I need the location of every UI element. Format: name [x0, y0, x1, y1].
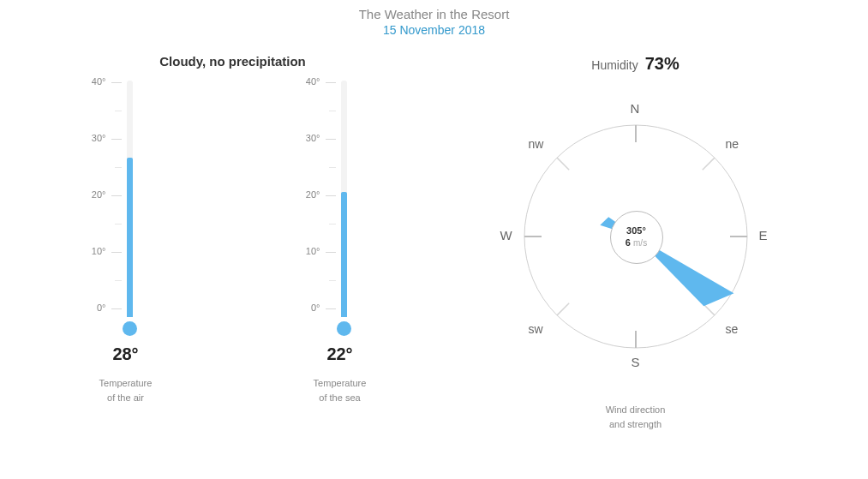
tick-label: 30° — [293, 133, 320, 143]
tick-label: 10° — [79, 246, 106, 256]
panels: Cloudy, no precipitation 40° 30° 20° 10°… — [32, 54, 837, 431]
wind-panel: Humidity 73% — [434, 54, 837, 431]
tick-label: 40° — [293, 76, 320, 87]
tick-label: 20° — [293, 189, 320, 200]
caption-line: Wind direction — [606, 404, 666, 415]
compass-label-se: se — [726, 322, 739, 336]
svg-line-5 — [702, 158, 714, 170]
caption-line: of the sea — [319, 392, 360, 403]
wind-speed: 6 m/s — [626, 237, 647, 249]
tick-label: 40° — [79, 76, 106, 87]
svg-line-8 — [557, 158, 569, 170]
weather-condition: Cloudy, no precipitation — [159, 54, 306, 69]
thermometer-air-scale: 40° 30° 20° 10° 0° — [79, 81, 126, 320]
wind-degrees: 305° — [626, 225, 646, 237]
svg-line-7 — [557, 303, 569, 315]
thermometer-air-fill — [127, 158, 133, 317]
compass-hub: 305° 6 m/s — [610, 211, 663, 264]
thermometer-sea-body: 40° 30° 20° 10° 0° — [293, 81, 387, 320]
compass-caption: Wind direction and strength — [606, 403, 666, 431]
compass-label-s: S — [632, 355, 640, 369]
page-date: 15 November 2018 — [383, 23, 485, 37]
wind-speed-unit: m/s — [633, 238, 647, 248]
thermometer-air: 40° 30° 20° 10° 0° — [66, 81, 186, 404]
tick-label: 0° — [79, 302, 106, 313]
wind-speed-value: 6 — [626, 237, 631, 248]
compass-label-w: W — [500, 228, 512, 242]
thermometer-sea-fill — [341, 192, 347, 317]
thermometer-panel: Cloudy, no precipitation 40° 30° 20° 10°… — [32, 54, 434, 431]
air-temperature-value: 28° — [112, 344, 138, 364]
compass-label-e: E — [759, 228, 768, 242]
thermometer-air-body: 40° 30° 20° 10° 0° — [79, 81, 173, 320]
caption-line: Temperature — [99, 378, 153, 388]
tick-label: 0° — [293, 302, 320, 313]
caption-line: Temperature — [314, 378, 367, 388]
compass-label-sw: sw — [529, 322, 543, 336]
page-title: The Weather in the Resort — [359, 7, 510, 21]
humidity-label: Humidity — [591, 58, 638, 72]
compass-label-nw: nw — [529, 137, 544, 151]
compass-label-n: N — [631, 101, 640, 116]
thermometer-sea-bulb — [337, 321, 351, 336]
thermometer-air-bulb — [123, 321, 137, 336]
tick-label: 30° — [79, 133, 106, 143]
thermometer-sea: 40° 30° 20° 10° 0° — [280, 81, 400, 404]
humidity-row: Humidity 73% — [591, 54, 679, 74]
thermometer-sea-scale: 40° 30° 20° 10° 0° — [293, 81, 340, 320]
caption-line: and strength — [609, 419, 661, 429]
tick-label: 10° — [293, 246, 320, 256]
compass-label-ne: ne — [726, 137, 739, 151]
humidity-value: 73% — [645, 54, 679, 73]
tick-label: 20° — [79, 189, 106, 200]
sea-temperature-caption: Temperature of the sea — [314, 376, 367, 404]
sea-temperature-value: 22° — [326, 344, 352, 364]
thermometers-row: 40° 30° 20° 10° 0° — [66, 81, 400, 404]
air-temperature-caption: Temperature of the air — [99, 376, 153, 404]
compass: N ne E se S sw W nw 305° 6 m/s — [482, 82, 790, 391]
caption-line: of the air — [107, 392, 144, 403]
